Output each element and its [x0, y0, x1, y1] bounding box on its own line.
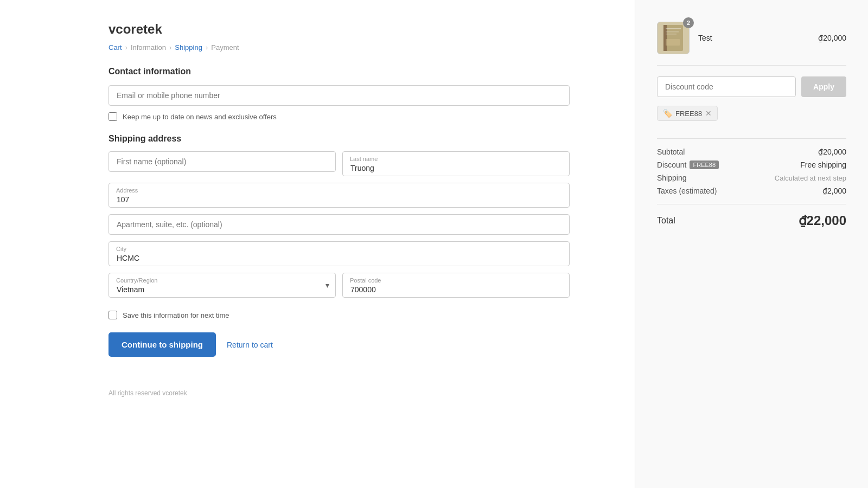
taxes-value: ₫2,000 [822, 187, 846, 195]
separator-1: › [125, 43, 127, 52]
subtotal-row: Subtotal ₫20,000 [657, 147, 846, 156]
store-name: vcoretek [108, 22, 570, 37]
coupon-code-label: FREE88 [675, 110, 702, 118]
total-value: ₫22,000 [799, 213, 846, 228]
separator-3: › [206, 43, 208, 52]
postal-label: Postal code [350, 277, 381, 284]
save-info-label[interactable]: Save this information for next time [123, 311, 229, 319]
discount-badge: FREE88 [690, 160, 719, 169]
newsletter-checkbox-group: Keep me up to date on news and exclusive… [108, 112, 570, 121]
discount-code-input[interactable] [657, 76, 796, 97]
save-info-checkbox[interactable] [108, 311, 117, 319]
shipping-section-title: Shipping address [108, 134, 570, 144]
newsletter-label[interactable]: Keep me up to date on news and exclusive… [123, 113, 277, 121]
city-field[interactable] [108, 241, 570, 266]
svg-rect-4 [666, 34, 676, 35]
discount-label-group: Discount FREE88 [657, 160, 719, 169]
subtotal-label: Subtotal [657, 147, 685, 156]
svg-rect-3 [666, 31, 679, 33]
country-select[interactable]: Vietnam [108, 273, 336, 298]
discount-value: Free shipping [800, 160, 846, 169]
subtotal-value: ₫20,000 [818, 147, 846, 156]
product-name: Test [698, 34, 809, 42]
total-label: Total [657, 216, 675, 226]
tag-icon: 🏷️ [663, 109, 672, 118]
breadcrumb-payment: Payment [211, 43, 239, 52]
taxes-row: Taxes (estimated) ₫2,000 [657, 187, 846, 195]
separator-2: › [169, 43, 171, 52]
address-field[interactable] [108, 183, 570, 208]
continue-to-shipping-button[interactable]: Continue to shipping [108, 332, 216, 357]
return-to-cart-link[interactable]: Return to cart [227, 341, 273, 349]
shipping-value: Calculated at next step [775, 174, 846, 182]
coupon-tag: 🏷️ FREE88 ✕ [657, 106, 718, 121]
shipping-row: Shipping Calculated at next step [657, 174, 846, 182]
apt-field[interactable] [108, 214, 570, 235]
last-name-label: Last name [350, 156, 378, 162]
newsletter-checkbox[interactable] [108, 112, 117, 121]
address-label: Address [116, 187, 138, 194]
first-name-field[interactable] [108, 151, 336, 172]
postal-field[interactable] [342, 273, 570, 298]
svg-rect-2 [666, 28, 681, 29]
discount-row-summary: Discount FREE88 Free shipping [657, 160, 846, 169]
product-image-wrap: 2 [657, 22, 690, 54]
remove-coupon-button[interactable]: ✕ [705, 110, 712, 117]
footer-text: All rights reserved vcoretek [108, 389, 570, 397]
svg-rect-5 [666, 39, 680, 46]
shipping-label: Shipping [657, 174, 687, 182]
city-label: City [116, 246, 126, 252]
discount-row: Apply [657, 76, 846, 97]
breadcrumb-information: Information [131, 43, 166, 52]
total-row: Total ₫22,000 [657, 204, 846, 228]
product-row: 2 Test ₫20,000 [657, 22, 846, 66]
apply-discount-button[interactable]: Apply [801, 76, 846, 97]
breadcrumb-cart[interactable]: Cart [108, 43, 122, 52]
email-field[interactable] [108, 85, 570, 106]
product-price: ₫20,000 [818, 34, 846, 42]
breadcrumb: Cart › Information › Shipping › Payment [108, 43, 570, 52]
contact-section-title: Contact information [108, 67, 570, 76]
taxes-label: Taxes (estimated) [657, 187, 717, 195]
discount-label-text: Discount [657, 160, 686, 169]
product-badge: 2 [683, 17, 694, 28]
last-name-field[interactable] [342, 151, 570, 176]
summary-divider [657, 138, 846, 139]
breadcrumb-shipping: Shipping [175, 43, 202, 52]
